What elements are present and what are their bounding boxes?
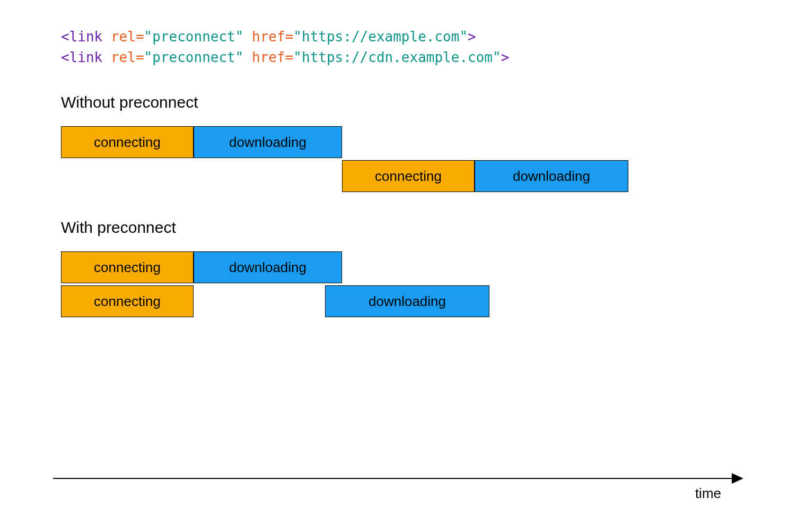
code-value: "preconnect": [144, 49, 244, 65]
code-space: [102, 49, 111, 65]
timeline-row: connectingdownloading: [61, 251, 634, 283]
code-attr: href: [252, 29, 285, 45]
arrow-right-icon: [732, 473, 743, 484]
code-line: <link rel="preconnect" href="https://cdn…: [61, 47, 728, 68]
code-value: "https://cdn.example.com": [293, 49, 501, 65]
code-bracket: >: [468, 29, 476, 45]
code-equals: =: [136, 29, 144, 45]
segment-connecting: connecting: [342, 160, 475, 192]
code-value: "https://example.com": [293, 29, 468, 45]
segment-downloading: downloading: [194, 126, 342, 158]
code-space: [243, 49, 252, 65]
section-with-preconnect: With preconnect connectingdownloadingcon…: [61, 219, 728, 317]
timeline-row: connectingdownloading: [61, 126, 634, 158]
timeline-row: connectingdownloading: [61, 285, 634, 317]
code-equals: =: [136, 49, 144, 65]
segment-downloading: downloading: [194, 251, 342, 283]
segment-connecting: connecting: [61, 126, 194, 158]
axis-line: [53, 478, 742, 479]
code-bracket: <: [61, 49, 69, 65]
segment-downloading: downloading: [475, 160, 628, 192]
code-space: [243, 29, 252, 45]
axis-label: time: [695, 485, 721, 502]
code-line: <link rel="preconnect" href="https://exa…: [61, 27, 728, 47]
segment-connecting: connecting: [61, 285, 194, 317]
code-example: <link rel="preconnect" href="https://exa…: [61, 27, 728, 68]
code-tag: link: [69, 29, 103, 45]
code-value: "preconnect": [144, 29, 244, 45]
code-bracket: >: [501, 49, 510, 65]
code-attr: href: [252, 49, 285, 65]
code-equals: =: [285, 49, 294, 65]
code-bracket: <: [61, 29, 69, 45]
time-axis: time: [53, 478, 742, 479]
code-equals: =: [285, 29, 294, 45]
timeline-with: connectingdownloadingconnectingdownloadi…: [61, 251, 634, 317]
timeline-row: connectingdownloading: [61, 160, 634, 192]
section-title-with: With preconnect: [61, 219, 728, 237]
code-attr: rel: [111, 49, 136, 65]
code-space: [102, 29, 111, 45]
section-title-without: Without preconnect: [61, 93, 728, 111]
timeline-without: connectingdownloadingconnectingdownloadi…: [61, 126, 634, 192]
section-without-preconnect: Without preconnect connectingdownloading…: [61, 93, 728, 192]
segment-connecting: connecting: [61, 251, 194, 283]
code-attr: rel: [111, 29, 136, 45]
code-tag: link: [69, 49, 103, 65]
segment-downloading: downloading: [325, 285, 489, 317]
